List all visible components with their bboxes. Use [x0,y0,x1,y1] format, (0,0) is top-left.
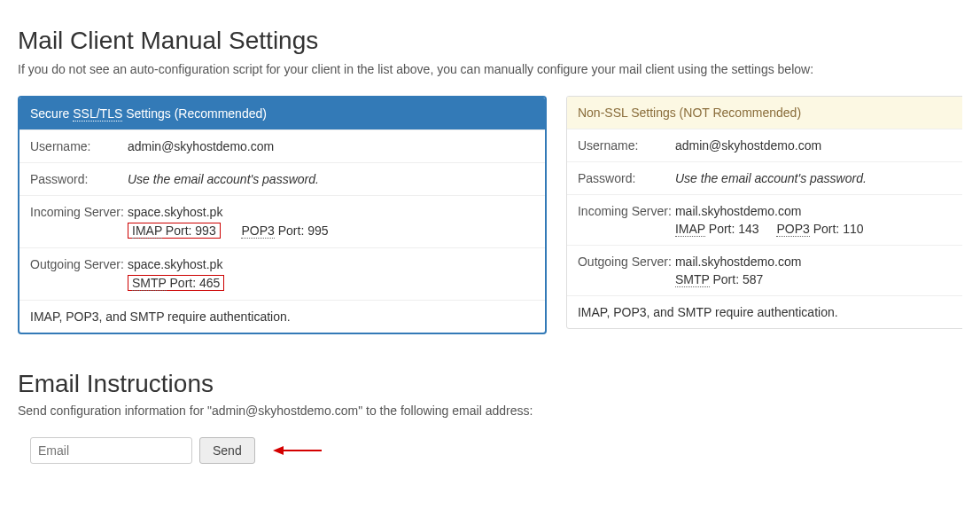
ssl-settings-panel: Secure SSL/TLS Settings (Recommended) Us… [18,96,547,334]
ssl-imap-port-highlight: IMAP Port: 993 [128,223,221,239]
nonssl-footer-note: IMAP, POP3, and SMTP require authenticat… [567,295,962,328]
ssl-smtp-port-highlight: SMTP Port: 465 [128,275,224,291]
nonssl-username-value: admin@skyhostdemo.com [675,138,962,153]
arrow-left-icon [273,444,322,457]
nonssl-incoming-host: mail.skyhostdemo.com [675,204,962,218]
nonssl-outgoing-label: Outgoing Server: [578,255,675,286]
svg-marker-1 [273,446,284,455]
nonssl-password-value: Use the email account's password. [675,171,962,185]
pop3-protocol-label: POP3 [241,223,274,239]
ssl-outgoing-label: Outgoing Server: [30,257,128,291]
email-input[interactable] [30,437,192,464]
ssl-panel-heading: Secure SSL/TLS Settings (Recommended) [19,98,545,129]
ssl-imap-port: Port: 993 [162,223,216,238]
ssl-username-label: Username: [30,139,128,153]
nonssl-pop3-port: Port: 110 [810,222,864,236]
ssl-password-value: Use the email account's password. [128,172,534,186]
ssl-incoming-host: space.skyhost.pk [128,205,534,219]
nonssl-panel-heading: Non-SSL Settings (NOT Recommended) [567,97,962,129]
ssl-title-suffix: Settings (Recommended) [122,106,267,121]
nonssl-pop3-protocol-label: POP3 [776,222,809,237]
email-instructions-text: Send configuration information for "admi… [18,404,962,418]
nonssl-imap-port: Port: 143 [705,222,759,236]
page-title: Mail Client Manual Settings [18,27,962,55]
imap-protocol-label: IMAP [132,223,162,239]
smtp-protocol-label: SMTP [132,276,167,291]
nonssl-username-label: Username: [578,138,675,153]
nonssl-settings-panel: Non-SSL Settings (NOT Recommended) Usern… [566,96,962,329]
nonssl-smtp-port: Port: 587 [710,272,764,286]
nonssl-outgoing-host: mail.skyhostdemo.com [675,255,962,269]
ssl-incoming-label: Incoming Server: [30,205,128,239]
nonssl-smtp-protocol-label: SMTP [675,272,710,287]
ssl-smtp-port: Port: 465 [167,276,221,290]
ssl-title-protocol: SSL/TLS [73,106,122,121]
send-button[interactable]: Send [199,437,255,464]
ssl-username-value: admin@skyhostdemo.com [128,139,534,153]
ssl-password-label: Password: [30,172,128,186]
ssl-footer-note: IMAP, POP3, and SMTP require authenticat… [19,300,545,333]
ssl-outgoing-host: space.skyhost.pk [128,257,534,271]
page-subtitle: If you do not see an auto-configuration … [18,62,962,76]
ssl-pop3-port: Port: 995 [275,223,329,238]
email-instructions-heading: Email Instructions [18,370,962,398]
nonssl-password-label: Password: [578,171,675,185]
nonssl-imap-protocol-label: IMAP [675,222,705,237]
ssl-title-prefix: Secure [30,106,73,121]
nonssl-incoming-label: Incoming Server: [578,204,675,236]
